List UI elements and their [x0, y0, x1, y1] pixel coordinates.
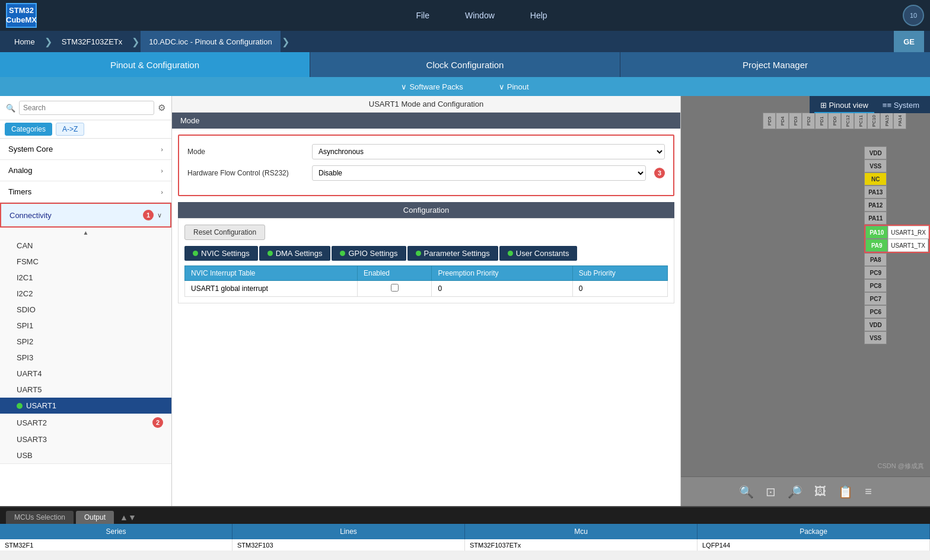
pin-pc12[interactable]: PC12 [841, 113, 854, 129]
sidebar-item-connectivity[interactable]: Connectivity 1 ∨ [0, 203, 171, 228]
sidebar-item-system-core[interactable]: System Core › [0, 139, 171, 160]
sidebar-item-timers[interactable]: Timers › [0, 181, 171, 203]
tab-user-constants[interactable]: User Constants [499, 246, 578, 261]
config-body: Reset Configuration NVIC Settings DMA Se… [178, 218, 674, 303]
pin-pc6[interactable]: PC6 [864, 305, 930, 318]
breadcrumb-file[interactable]: 10.ADC.ioc - Pinout & Configuration [141, 31, 280, 52]
pa10-signal-label: USART1_RX [888, 226, 929, 239]
zoom-out-icon[interactable]: 🔎 [788, 485, 802, 499]
interrupt-enabled-checkbox[interactable] [391, 284, 399, 292]
tab-param-settings[interactable]: Parameter Settings [407, 246, 498, 261]
pin-pd3[interactable]: PD3 [789, 113, 802, 129]
pin-pa14[interactable]: PA14 [893, 113, 906, 129]
tab-dma-settings[interactable]: DMA Settings [259, 246, 331, 261]
pin-pd1[interactable]: PD1 [815, 113, 828, 129]
pin-pc8[interactable]: PC8 [864, 279, 930, 292]
sidebar-sub-spi1[interactable]: SPI1 [0, 318, 171, 334]
interrupt-enabled-cell[interactable] [357, 281, 431, 297]
pin-pa10[interactable]: PA10 USART1_RX [865, 226, 929, 239]
sidebar-sub-sdio[interactable]: SDIO [0, 302, 171, 318]
reset-config-button[interactable]: Reset Configuration [184, 225, 265, 240]
sidebar-sub-usart3[interactable]: USART3 [0, 431, 171, 447]
hw-flow-select[interactable]: Disable [312, 165, 646, 181]
pin-vdd-1[interactable]: VDD [864, 146, 930, 159]
user-dot [508, 251, 513, 256]
pin-pa12[interactable]: PA12 [864, 199, 930, 212]
pin-vdd-2[interactable]: VDD [864, 318, 930, 331]
pin-pd4[interactable]: PD4 [776, 113, 789, 129]
menu-file[interactable]: File [416, 11, 429, 20]
tab-nvic-settings[interactable]: NVIC Settings [184, 246, 258, 261]
sidebar-sub-uart5[interactable]: UART5 [0, 382, 171, 398]
pin-vss-2[interactable]: VSS [864, 331, 930, 344]
sub-tab-software-packs[interactable]: ∨ Software Packs [401, 82, 463, 91]
collapse-button[interactable]: ▲ [0, 228, 171, 238]
connectivity-sub-list: ▲ CAN FSMC I2C1 I2C2 SDIO SPI1 [0, 228, 171, 464]
breadcrumb-device[interactable]: STM32F103ZETx [53, 31, 131, 52]
pin-pc10[interactable]: PC10 [867, 113, 880, 129]
pin-pd5[interactable]: PD5 [763, 113, 776, 129]
sidebar-sub-fsmc[interactable]: FSMC [0, 254, 171, 270]
breadcrumb-arrow-3: ❯ [282, 36, 289, 47]
sidebar-sub-usart2[interactable]: USART2 2 [0, 414, 171, 431]
export-icon[interactable]: 📋 [838, 485, 853, 499]
nvic-dot [193, 251, 198, 256]
sidebar-sub-uart4[interactable]: UART4 [0, 366, 171, 382]
expand-icon[interactable]: ▲▼ [120, 513, 136, 522]
hw-flow-label: Hardware Flow Control (RS232) [187, 169, 306, 177]
pin-pa13[interactable]: PA13 [864, 185, 930, 199]
tab-gpio-settings[interactable]: GPIO Settings [332, 246, 406, 261]
pin-pd2[interactable]: PD2 [802, 113, 815, 129]
pin-pc11[interactable]: PC11 [854, 113, 867, 129]
pin-pa9[interactable]: PA9 USART1_TX [865, 239, 929, 252]
sidebar-sub-usb[interactable]: USB [0, 447, 171, 463]
fit-icon[interactable]: ⊡ [766, 485, 776, 499]
sidebar-sub-i2c1[interactable]: I2C1 [0, 270, 171, 286]
menu-help[interactable]: Help [530, 11, 547, 20]
pin-box-pc6: PC6 [864, 305, 887, 318]
save-image-icon[interactable]: 🖼 [814, 485, 826, 498]
breadcrumb-generate[interactable]: GE [894, 31, 924, 52]
chevron-right-icon: › [161, 146, 163, 153]
tab-project[interactable]: Project Manager [620, 52, 930, 77]
tab-clock[interactable]: Clock Configuration [310, 52, 620, 77]
usart-pin-selection-box: PA10 USART1_RX PA9 USART1_TX [864, 225, 930, 253]
pa9-signal-label: USART1_TX [888, 239, 928, 252]
search-icon: 🔍 [6, 104, 15, 113]
gear-icon[interactable]: ⚙ [158, 103, 165, 113]
tab-output[interactable]: Output [76, 511, 114, 524]
zoom-in-icon[interactable]: 🔍 [739, 485, 754, 499]
pin-nc[interactable]: NC [864, 172, 930, 185]
sidebar-sub-can[interactable]: CAN [0, 238, 171, 254]
menu-window[interactable]: Window [465, 11, 495, 20]
pin-pa11[interactable]: PA11 [864, 212, 930, 225]
pin-box-vdd1: VDD [864, 146, 887, 159]
watermark: CSDN @修成真 [878, 462, 924, 471]
breadcrumb-home[interactable]: Home [6, 31, 43, 52]
pin-box-pc7: PC7 [864, 292, 887, 305]
mode-select[interactable]: Asynchronous [312, 144, 665, 159]
tab-pinout[interactable]: Pinout & Configuration [0, 52, 310, 77]
sidebar-sub-spi3[interactable]: SPI3 [0, 350, 171, 366]
pins-top-row: PD5 PD4 PD3 PD2 PD1 PD0 PC12 PC11 PC10 P… [699, 113, 906, 129]
sub-tab-pinout[interactable]: ∨ Pinout [499, 82, 529, 91]
sidebar-sub-usart1[interactable]: USART1 [0, 398, 171, 414]
tab-az[interactable]: A->Z [56, 123, 84, 136]
pin-pc9[interactable]: PC9 [864, 266, 930, 279]
settings-icon[interactable]: ≡ [865, 485, 872, 498]
pin-pc7[interactable]: PC7 [864, 292, 930, 305]
tab-system-view[interactable]: ≡≡ System [877, 98, 925, 113]
pin-pa15[interactable]: PA15 [880, 113, 893, 129]
pins-right: VDD VSS NC PA13 PA12 PA11 [864, 146, 930, 344]
sidebar-item-analog[interactable]: Analog › [0, 160, 171, 181]
cell-mcu: STM32F1037ETx [465, 539, 698, 551]
tab-pinout-view[interactable]: ⊞ Pinout view [814, 98, 874, 113]
pin-pd0[interactable]: PD0 [828, 113, 841, 129]
tab-categories[interactable]: Categories [5, 123, 52, 136]
tab-mcu-selection[interactable]: MCUs Selection [6, 511, 74, 524]
sidebar-sub-i2c2[interactable]: I2C2 [0, 286, 171, 302]
search-input[interactable] [19, 101, 154, 115]
sidebar-sub-spi2[interactable]: SPI2 [0, 334, 171, 350]
pin-vss-1[interactable]: VSS [864, 159, 930, 172]
pin-pa8[interactable]: PA8 [864, 253, 930, 266]
